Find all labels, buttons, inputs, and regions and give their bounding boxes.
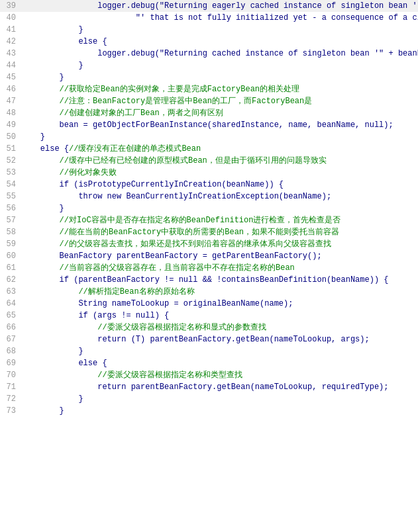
line-number: 56 bbox=[3, 202, 21, 214]
line-content: } bbox=[21, 60, 415, 71]
line-content: else {//缓存没有正在创建的单态模式Bean bbox=[21, 143, 415, 155]
line-content: else { bbox=[21, 357, 415, 369]
line-number: 73 bbox=[3, 405, 21, 417]
code-line: 46 //获取给定Bean的实例对象，主要是完成FactoryBean的相关处理 bbox=[0, 83, 418, 95]
code-line: 61 //当前容器的父级容器存在，且当前容器中不存在指定名称的Bean bbox=[0, 262, 418, 274]
code-line: 65 if (args != null) { bbox=[0, 310, 418, 322]
line-number: 53 bbox=[3, 167, 21, 179]
line-content: //获取给定Bean的实例对象，主要是完成FactoryBean的相关处理 bbox=[21, 83, 415, 95]
line-number: 58 bbox=[3, 226, 21, 238]
line-content: } bbox=[21, 24, 415, 36]
line-content: } bbox=[21, 71, 415, 83]
line-number: 52 bbox=[3, 155, 21, 167]
line-number: 55 bbox=[3, 191, 21, 202]
line-number: 51 bbox=[3, 143, 21, 155]
code-view: 39 logger.debug("Returning eagerly cache… bbox=[0, 0, 418, 532]
line-content: //解析指定Bean名称的原始名称 bbox=[21, 286, 415, 298]
code-line: 69 else { bbox=[0, 357, 418, 369]
line-content: //当前容器的父级容器存在，且当前容器中不存在指定名称的Bean bbox=[21, 262, 415, 274]
line-number: 45 bbox=[3, 71, 21, 83]
line-content: if (isPrototypeCurrentlyInCreation(beanN… bbox=[21, 179, 415, 191]
line-number: 39 bbox=[3, 0, 21, 12]
line-content: } bbox=[21, 393, 415, 405]
line-content: if (args != null) { bbox=[21, 310, 415, 322]
line-number: 67 bbox=[3, 333, 21, 345]
line-content: //的父级容器去查找，如果还是找不到则沿着容器的继承体系向父级容器查找 bbox=[21, 238, 415, 250]
line-number: 57 bbox=[3, 214, 21, 226]
line-content: logger.debug("Returning eagerly cached i… bbox=[21, 0, 418, 12]
line-number: 71 bbox=[3, 381, 21, 393]
code-line: 60 BeanFactory parentBeanFactory = getPa… bbox=[0, 250, 418, 262]
line-number: 65 bbox=[3, 310, 21, 322]
line-content: } bbox=[21, 202, 415, 214]
code-line: 55 throw new BeanCurrentlyInCreationExce… bbox=[0, 191, 418, 202]
code-line: 49 bean = getObjectForBeanInstance(share… bbox=[0, 119, 418, 131]
line-content: String nameToLookup = originalBeanName(n… bbox=[21, 298, 415, 310]
line-content: throw new BeanCurrentlyInCreationExcepti… bbox=[21, 191, 415, 202]
line-content: BeanFactory parentBeanFactory = getParen… bbox=[21, 250, 415, 262]
code-line: 40 "' that is not fully initialized yet … bbox=[0, 12, 418, 24]
line-content: } bbox=[21, 405, 415, 417]
code-line: 51 else {//缓存没有正在创建的单态模式Bean bbox=[0, 143, 418, 155]
code-line: 43 logger.debug("Returning cached instan… bbox=[0, 48, 418, 60]
code-line: 44 } bbox=[0, 60, 418, 71]
code-line: 66 //委派父级容器根据指定名称和显式的参数查找 bbox=[0, 322, 418, 333]
code-line: 59 //的父级容器去查找，如果还是找不到则沿着容器的继承体系向父级容器查找 bbox=[0, 238, 418, 250]
line-number: 47 bbox=[3, 95, 21, 107]
code-line: 63 //解析指定Bean名称的原始名称 bbox=[0, 286, 418, 298]
code-line: 58 //能在当前的BeanFactory中获取的所需要的Bean，如果不能则委… bbox=[0, 226, 418, 238]
line-number: 62 bbox=[3, 274, 21, 286]
line-content: return parentBeanFactory.getBean(nameToL… bbox=[21, 381, 415, 393]
code-line: 68 } bbox=[0, 345, 418, 357]
code-line: 54 if (isPrototypeCurrentlyInCreation(be… bbox=[0, 179, 418, 191]
line-number: 72 bbox=[3, 393, 21, 405]
code-line: 73 } bbox=[0, 405, 418, 417]
line-content: return (T) parentBeanFactory.getBean(nam… bbox=[21, 333, 415, 345]
line-content: bean = getObjectForBeanInstance(sharedIn… bbox=[21, 119, 415, 131]
line-number: 48 bbox=[3, 107, 21, 119]
line-content: if (parentBeanFactory != null && !contai… bbox=[21, 274, 415, 286]
line-number: 41 bbox=[3, 24, 21, 36]
line-content: //委派父级容器根据指定名称和显式的参数查找 bbox=[21, 322, 415, 333]
code-line: 64 String nameToLookup = originalBeanNam… bbox=[0, 298, 418, 310]
line-content: logger.debug("Returning cached instance … bbox=[21, 48, 418, 60]
line-content: "' that is not fully initialized yet - a… bbox=[21, 12, 418, 24]
line-content: } bbox=[21, 345, 415, 357]
line-number: 69 bbox=[3, 357, 21, 369]
line-content: //注意：BeanFactory是管理容器中Bean的工厂，而FactoryBe… bbox=[21, 95, 415, 107]
line-content: //委派父级容器根据指定名称和类型查找 bbox=[21, 369, 415, 381]
code-line: 47 //注意：BeanFactory是管理容器中Bean的工厂，而Factor… bbox=[0, 95, 418, 107]
code-line: 52 //缓存中已经有已经创建的原型模式Bean，但是由于循环引用的问题导致实 bbox=[0, 155, 418, 167]
line-number: 68 bbox=[3, 345, 21, 357]
line-number: 54 bbox=[3, 179, 21, 191]
code-line: 72 } bbox=[0, 393, 418, 405]
code-line: 56 } bbox=[0, 202, 418, 214]
line-number: 60 bbox=[3, 250, 21, 262]
code-line: 53 //例化对象失败 bbox=[0, 167, 418, 179]
line-content: //缓存中已经有已经创建的原型模式Bean，但是由于循环引用的问题导致实 bbox=[21, 155, 415, 167]
line-number: 66 bbox=[3, 322, 21, 333]
code-line: 39 logger.debug("Returning eagerly cache… bbox=[0, 0, 418, 12]
line-number: 70 bbox=[3, 369, 21, 381]
line-content: else { bbox=[21, 36, 415, 48]
code-line: 41 } bbox=[0, 24, 418, 36]
line-content: //创建创建对象的工厂Bean，两者之间有区别 bbox=[21, 107, 415, 119]
line-content: //能在当前的BeanFactory中获取的所需要的Bean，如果不能则委托当前… bbox=[21, 226, 415, 238]
line-number: 63 bbox=[3, 286, 21, 298]
code-line: 57 //对IoC容器中是否存在指定名称的BeanDefinition进行检查，… bbox=[0, 214, 418, 226]
line-number: 40 bbox=[3, 12, 21, 24]
code-line: 42 else { bbox=[0, 36, 418, 48]
line-number: 59 bbox=[3, 238, 21, 250]
code-line: 62 if (parentBeanFactory != null && !con… bbox=[0, 274, 418, 286]
line-content: } bbox=[21, 131, 415, 143]
line-number: 42 bbox=[3, 36, 21, 48]
code-line: 45 } bbox=[0, 71, 418, 83]
line-number: 61 bbox=[3, 262, 21, 274]
code-line: 48 //创建创建对象的工厂Bean，两者之间有区别 bbox=[0, 107, 418, 119]
code-line: 67 return (T) parentBeanFactory.getBean(… bbox=[0, 333, 418, 345]
line-content: //例化对象失败 bbox=[21, 167, 415, 179]
line-number: 50 bbox=[3, 131, 21, 143]
line-number: 43 bbox=[3, 48, 21, 60]
code-line: 50 } bbox=[0, 131, 418, 143]
code-line: 70 //委派父级容器根据指定名称和类型查找 bbox=[0, 369, 418, 381]
